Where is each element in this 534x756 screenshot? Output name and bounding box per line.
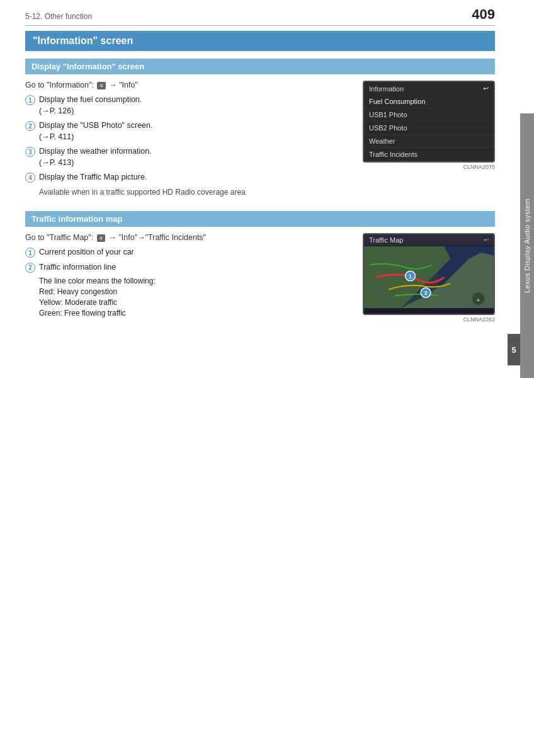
nav-arrow2: → "Info"→"Traffic Incidents"	[108, 233, 206, 242]
nav-text2: Go to "Traffic Map":	[25, 233, 96, 242]
map-back-icon: ↩	[484, 236, 489, 244]
list-item: 4 Display the Traffic Map picture.	[25, 172, 356, 183]
menu-item-fuel: Fuel Consumption	[364, 95, 494, 108]
section2-text: Go to "Traffic Map": ≡ → "Info"→"Traffic…	[25, 233, 356, 323]
screen-titlebar: Information ↩	[364, 82, 494, 95]
item-number-3: 3	[25, 147, 35, 157]
section1-title: Display "Information" screen	[25, 59, 495, 74]
color-red: Red: Heavy congestion	[39, 287, 356, 296]
svg-text:1: 1	[409, 273, 412, 280]
chapter-number: 5	[511, 345, 516, 355]
map-titlebar: Traffic Map ↩	[364, 234, 494, 246]
traffic-text-2: Traffic information line	[39, 262, 116, 273]
section-traffic: Traffic information map Go to "Traffic M…	[25, 211, 509, 323]
color-legend-intro: The line color means the following:	[39, 277, 356, 285]
section1-text: Go to "Information": ≡ → "Info" 1 Displa…	[25, 81, 356, 200]
traffic-item-2: 2	[25, 263, 35, 273]
screen2-caption: CLNNA2262	[363, 316, 495, 323]
side-label-text: Lexus Display Audio system	[523, 198, 531, 293]
list-item: 1 Current position of your car	[25, 247, 356, 258]
svg-text:2: 2	[424, 290, 428, 297]
screen-title: Information	[369, 85, 404, 93]
nav-arrow: → "Info"	[109, 81, 138, 89]
side-label: Lexus Display Audio system	[520, 113, 534, 378]
item-text-3: Display the weather information.(→P. 413…	[39, 146, 152, 168]
traffic-map-mockup: Traffic Map ↩	[363, 233, 495, 315]
info-screen-mockup: Information ↩ Fuel Consumption USB1 Phot…	[363, 81, 495, 163]
menu-item-traffic: Traffic Incidents	[364, 148, 494, 161]
section2-nav: Go to "Traffic Map": ≡ → "Info"→"Traffic…	[25, 233, 356, 242]
page-number: 409	[472, 6, 495, 23]
svg-text:▲: ▲	[476, 297, 481, 303]
menu-button-icon: ≡	[97, 82, 105, 89]
menu-item-weather: Weather	[364, 135, 494, 148]
menu-item-usb1: USB1 Photo	[364, 108, 494, 122]
item-text-4: Display the Traffic Map picture.	[39, 172, 147, 183]
list-item: 1 Display the fuel consumption.(→P. 126)	[25, 94, 356, 117]
section2-title: Traffic information map	[25, 211, 495, 227]
page-header: 5-12. Other function 409	[25, 6, 495, 26]
item-text-1: Display the fuel consumption.(→P. 126)	[39, 94, 142, 117]
menu-item-usb2: USB2 Photo	[364, 122, 494, 135]
item-number-2: 2	[25, 121, 35, 131]
back-icon: ↩	[483, 84, 489, 93]
section1-nav: Go to "Information": ≡ → "Info"	[25, 81, 356, 89]
color-yellow: Yellow: Moderate traffic	[39, 298, 356, 307]
section2-content: Go to "Traffic Map": ≡ → "Info"→"Traffic…	[25, 233, 495, 323]
chapter-info: 5-12. Other function	[25, 12, 92, 21]
list-item: 2 Traffic information line	[25, 262, 356, 273]
map-title: Traffic Map	[369, 236, 403, 244]
section1-content: Go to "Information": ≡ → "Info" 1 Displa…	[25, 81, 495, 200]
item-number-4: 4	[25, 173, 35, 183]
item-number-1: 1	[25, 95, 35, 105]
main-title: "Information" screen	[25, 31, 495, 51]
chapter-tab: 5	[508, 334, 520, 365]
traffic-map-svg: 1 2 ▲	[364, 246, 494, 309]
color-green: Green: Free flowing traffic	[39, 309, 356, 318]
map-area: 1 2 ▲	[364, 246, 494, 309]
traffic-item-1: 1	[25, 248, 35, 258]
section2-screenshot: Traffic Map ↩	[363, 233, 495, 323]
menu-button-icon2: ≡	[97, 234, 105, 242]
sub-note: Available when in a traffic supported HD…	[39, 187, 356, 198]
list-item: 3 Display the weather information.(→P. 4…	[25, 146, 356, 168]
screen1-caption: CLNNA2075	[363, 164, 495, 170]
item-text-2: Display the "USB Photo" screen.(→P. 411)	[39, 120, 153, 142]
nav-text: Go to "Information":	[25, 81, 96, 89]
section1-screenshot: Information ↩ Fuel Consumption USB1 Phot…	[363, 81, 495, 200]
list-item: 2 Display the "USB Photo" screen.(→P. 41…	[25, 120, 356, 142]
traffic-text-1: Current position of your car	[39, 247, 134, 258]
section-information: Display "Information" screen Go to "Info…	[25, 59, 509, 200]
